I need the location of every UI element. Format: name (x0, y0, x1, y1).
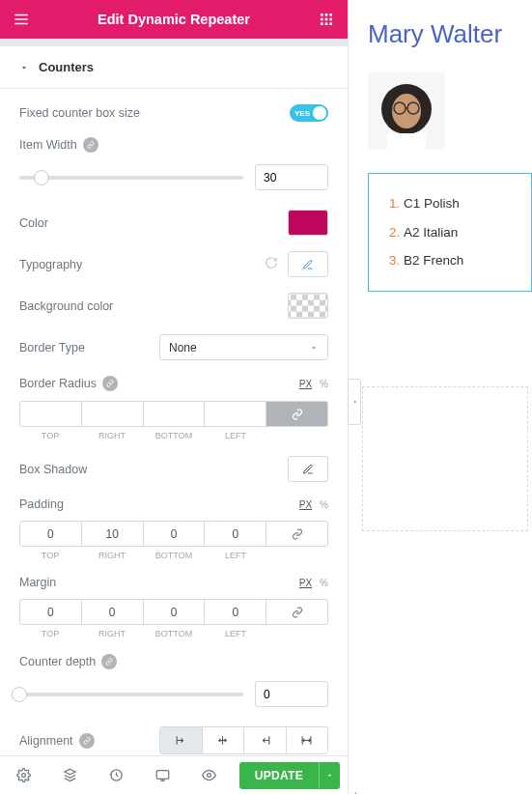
controls-container: Fixed counter box size YES Item Width Co… (0, 89, 348, 755)
unit-px[interactable]: PX (299, 379, 312, 389)
apps-grid-icon[interactable] (315, 8, 338, 31)
settings-icon[interactable] (0, 756, 46, 795)
list-item: A2 Italian (404, 218, 514, 247)
border-radius-top[interactable] (19, 401, 82, 427)
svg-rect-4 (325, 14, 328, 16)
border-radius-inputs (19, 401, 328, 427)
history-icon[interactable] (93, 756, 139, 795)
margin-left[interactable]: 0 (205, 599, 266, 625)
margin-right[interactable]: 0 (82, 599, 144, 625)
toggle-yes-text: YES (292, 109, 313, 118)
typography-label: Typography (19, 258, 82, 271)
background-color-swatch[interactable] (288, 293, 328, 319)
box-shadow-edit-button[interactable] (288, 456, 328, 482)
typography-edit-button[interactable] (288, 251, 328, 277)
svg-point-25 (207, 774, 210, 778)
dim-label-right: RIGHT (81, 431, 143, 440)
panel-header: Edit Dynamic Repeater (0, 0, 348, 39)
fixed-counter-toggle[interactable]: YES (290, 104, 328, 122)
unit-px[interactable]: PX (299, 499, 312, 510)
update-dropdown-button[interactable] (319, 762, 340, 789)
link-icon[interactable] (102, 376, 118, 391)
margin-bottom[interactable]: 0 (144, 599, 206, 625)
dim-label-left: LEFT (205, 431, 266, 440)
padding-inputs: 0 10 0 0 (19, 521, 328, 547)
align-right-button[interactable] (244, 727, 287, 753)
counter-depth-slider[interactable] (19, 693, 243, 696)
counter-depth-input[interactable] (255, 681, 328, 707)
svg-rect-32 (387, 133, 426, 150)
link-icon[interactable] (83, 137, 98, 153)
svg-rect-5 (329, 14, 332, 16)
border-radius-left[interactable] (205, 401, 266, 427)
item-width-slider[interactable] (19, 176, 243, 180)
slider-thumb[interactable] (12, 687, 27, 702)
link-icon[interactable] (79, 733, 95, 749)
responsive-icon[interactable] (139, 756, 185, 795)
margin-top[interactable]: 0 (19, 599, 82, 625)
skills-list: C1 Polish A2 Italian B2 French (386, 189, 514, 275)
panel-collapse-handle[interactable] (348, 379, 361, 425)
svg-rect-10 (325, 22, 328, 25)
svg-rect-22 (156, 771, 169, 780)
align-left-button[interactable] (160, 727, 203, 753)
border-radius-right[interactable] (82, 401, 144, 427)
unit-pct[interactable]: % (320, 499, 328, 510)
person-name: Mary Walter (368, 19, 532, 49)
preview-area: Mary Walter C1 Polish A2 Italian B2 Fren… (349, 0, 532, 794)
toggle-knob (313, 106, 326, 120)
align-justify-button[interactable] (287, 727, 328, 753)
padding-bottom[interactable]: 0 (144, 521, 206, 547)
reset-icon[interactable] (265, 256, 278, 272)
section-counters-header[interactable]: Counters (0, 46, 348, 89)
list-item: C1 Polish (404, 189, 514, 218)
svg-rect-11 (329, 22, 332, 25)
counter-depth-label: Counter depth (19, 655, 96, 668)
slider-thumb[interactable] (34, 170, 49, 185)
drop-zone[interactable] (362, 386, 528, 531)
background-color-label: Background color (19, 299, 113, 313)
padding-right[interactable]: 10 (82, 521, 144, 547)
hamburger-menu-icon[interactable] (10, 8, 33, 31)
margin-link-toggle[interactable] (266, 599, 328, 625)
padding-top[interactable]: 0 (19, 521, 82, 547)
skills-box: C1 Polish A2 Italian B2 French (368, 173, 532, 292)
padding-left[interactable]: 0 (205, 521, 266, 547)
svg-rect-6 (321, 18, 323, 21)
color-swatch[interactable] (288, 210, 328, 236)
margin-inputs: 0 0 0 0 (19, 599, 328, 625)
alignment-group (159, 726, 328, 754)
dim-label-bottom: BOTTOM (143, 431, 205, 440)
border-radius-link-toggle[interactable] (266, 401, 328, 427)
padding-label: Padding (19, 497, 64, 511)
svg-rect-9 (321, 22, 323, 25)
unit-pct[interactable]: % (320, 379, 328, 389)
alignment-label: Alignment (19, 734, 73, 748)
dim-label-left: LEFT (205, 629, 266, 638)
unit-pct[interactable]: % (320, 578, 328, 588)
dim-label-bottom: BOTTOM (143, 629, 205, 638)
update-button[interactable]: UPDATE (239, 762, 319, 789)
unit-px[interactable]: PX (299, 578, 312, 588)
padding-link-toggle[interactable] (266, 521, 328, 547)
fixed-counter-label: Fixed counter box size (19, 106, 140, 120)
panel-title: Edit Dynamic Repeater (33, 12, 315, 27)
margin-label: Margin (19, 576, 56, 589)
navigator-icon[interactable] (46, 756, 93, 795)
update-label: UPDATE (255, 769, 303, 782)
item-width-input[interactable] (255, 164, 328, 190)
horizontal-scrollbar[interactable] (349, 782, 532, 794)
dim-label-top: TOP (19, 629, 81, 638)
svg-rect-8 (329, 18, 332, 21)
link-icon[interactable] (101, 654, 117, 669)
dim-label-top: TOP (19, 551, 81, 560)
svg-point-28 (392, 94, 421, 128)
border-type-select[interactable]: None (159, 334, 328, 360)
preview-icon[interactable] (185, 756, 232, 795)
avatar (368, 72, 445, 150)
dim-label-right: RIGHT (81, 629, 143, 638)
svg-point-21 (21, 774, 25, 778)
align-center-button[interactable] (203, 727, 245, 753)
item-width-label: Item Width (19, 138, 77, 152)
border-radius-bottom[interactable] (144, 401, 206, 427)
